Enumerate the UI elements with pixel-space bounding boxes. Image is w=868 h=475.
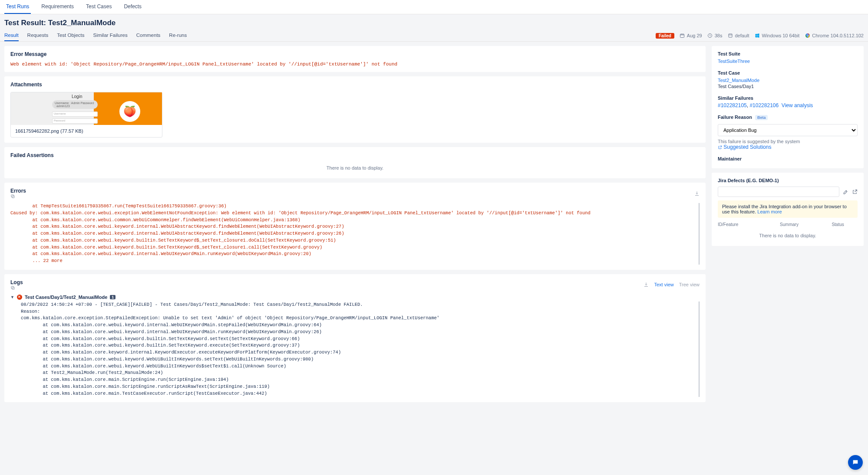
profile-icon — [727, 33, 733, 39]
subtab-reruns[interactable]: Re-runs — [169, 30, 187, 41]
svg-rect-0 — [680, 34, 684, 38]
learn-more-link[interactable]: Learn more — [757, 209, 782, 214]
card-title-errors: Errors — [10, 188, 26, 194]
col-status: Status — [832, 222, 858, 227]
attachment-thumbnail: Login Username : Admin Password : admin1… — [11, 92, 162, 125]
failed-assertions-nodata: There is no data to display. — [10, 163, 700, 173]
tab-test-cases[interactable]: Test Cases — [84, 0, 113, 14]
svg-rect-8 — [12, 287, 15, 289]
meta-profile: default — [735, 33, 749, 38]
subtab-result[interactable]: Result — [4, 30, 19, 41]
error-message-text: Web element with id: 'Object Repository/… — [10, 62, 700, 67]
logs-body[interactable]: 08/29/2022 14:50:24 +07:00 - [TEST_CASE]… — [21, 301, 700, 397]
attachment-item[interactable]: Login Username : Admin Password : admin1… — [10, 92, 162, 138]
page-title: Test Result: Test2_ManualMode — [4, 19, 864, 27]
thumb-login-text: Login — [72, 94, 82, 99]
tab-defects[interactable]: Defects — [122, 0, 143, 14]
similar-failure-link-1[interactable]: #102282105 — [718, 102, 747, 108]
svg-point-5 — [807, 35, 808, 36]
side-label-maintainer: Maintainer — [718, 156, 858, 161]
card-title-error-message: Error Message — [10, 51, 700, 57]
jira-defects-card: Jira Defects (E.G. DEMO-1) Please instal… — [712, 173, 864, 246]
edit-icon[interactable] — [843, 189, 848, 195]
tab-requirements[interactable]: Requirements — [40, 0, 76, 14]
meta-date: Aug 29 — [687, 33, 702, 38]
error-message-card: Error Message Web element with id: 'Obje… — [4, 46, 706, 72]
attachment-filename: 1661759462282.png (77.57 KB) — [11, 125, 162, 137]
failure-reason-select[interactable]: Application Bug — [718, 124, 858, 136]
jira-info-banner: Please install the Jira Integration add-… — [718, 200, 858, 218]
side-label-similar-failures: Similar Failures — [718, 95, 858, 101]
svg-rect-7 — [11, 195, 14, 197]
thumb-password: Password — [52, 118, 98, 124]
side-label-test-case: Test Case — [718, 70, 858, 75]
failed-assertions-card: Failed Assertions There is no data to di… — [4, 147, 706, 178]
logs-card: Logs Text view Tree view ▼ ✕ Test Cases/… — [4, 274, 706, 402]
meta-os: Windows 10 64bit — [762, 33, 800, 38]
copy-errors-icon[interactable] — [10, 194, 29, 199]
subtab-test-objects[interactable]: Test Objects — [57, 30, 84, 41]
copy-logs-icon[interactable] — [10, 285, 26, 290]
attachments-card: Attachments Login Username : Admin Passw… — [4, 76, 706, 143]
beta-badge: Beta — [755, 115, 768, 120]
card-title-attachments: Attachments — [10, 82, 700, 88]
jira-defect-input[interactable] — [718, 187, 839, 197]
svg-rect-2 — [729, 34, 732, 37]
subtab-requests[interactable]: Requests — [27, 30, 49, 41]
log-tree-count-badge: 1 — [110, 295, 116, 299]
fail-icon: ✕ — [17, 295, 22, 300]
side-label-jira-defects: Jira Defects (E.G. DEMO-1) — [718, 178, 858, 183]
subtab-similar-failures[interactable]: Similar Failures — [93, 30, 127, 41]
status-badge: Failed — [656, 33, 674, 39]
errors-stacktrace[interactable]: at TempTestSuite1661759335867.run(TempTe… — [10, 203, 700, 265]
svg-rect-6 — [12, 196, 15, 198]
suggested-solutions-link[interactable]: Suggested Solutions — [718, 144, 771, 150]
page-header: Test Result: Test2_ManualMode — [0, 14, 868, 27]
side-label-failure-reason: Failure Reason Beta — [718, 115, 858, 120]
top-nav: Test Runs Requirements Test Cases Defect… — [0, 0, 868, 14]
download-logs-icon[interactable] — [644, 282, 649, 287]
sidebar-info-card: Test Suite TestSuiteThree Test Case Test… — [712, 46, 864, 168]
test-case-link[interactable]: Test2_ManualMode — [718, 78, 759, 83]
meta-browser: Chrome 104.0.5112.102 — [812, 33, 864, 38]
col-summary: Summary — [780, 222, 832, 227]
test-suite-link[interactable]: TestSuiteThree — [718, 59, 750, 64]
view-analysis-link[interactable]: View analysis — [782, 102, 813, 108]
test-case-path: Test Cases/Day1 — [718, 84, 754, 89]
col-id: ID/Feature — [718, 222, 780, 227]
side-label-test-suite: Test Suite — [718, 51, 858, 56]
logs-text-view[interactable]: Text view — [654, 282, 673, 287]
subtab-comments[interactable]: Comments — [136, 30, 161, 41]
tab-test-runs[interactable]: Test Runs — [4, 0, 31, 14]
windows-icon — [755, 33, 760, 39]
download-errors-icon[interactable] — [694, 191, 700, 196]
sub-nav: Result Requests Test Objects Similar Fai… — [4, 30, 187, 41]
errors-card: Errors at TempTestSuite1661759335867.run… — [4, 183, 706, 270]
thumb-creds: Username : Admin Password : admin123 — [52, 100, 98, 109]
calendar-icon — [680, 33, 685, 39]
log-tree-item-label[interactable]: Test Cases/Day1/Test2_ManualMode — [25, 295, 107, 300]
external-link-icon[interactable] — [852, 189, 858, 195]
jira-table-header: ID/Feature Summary Status — [718, 222, 858, 227]
logs-tree-view[interactable]: Tree view — [679, 282, 700, 287]
jira-nodata: There is no data to display. — [718, 227, 858, 241]
thumb-logo: 🍑 — [119, 101, 140, 122]
sub-nav-row: Result Requests Test Objects Similar Fai… — [0, 30, 868, 42]
similar-failure-link-2[interactable]: #102282106 — [749, 102, 779, 108]
clock-icon — [707, 33, 713, 39]
card-title-logs: Logs — [10, 279, 23, 285]
chrome-icon — [805, 33, 810, 39]
meta-duration: 38s — [715, 33, 723, 38]
chevron-down-icon[interactable]: ▼ — [10, 295, 14, 299]
meta-right: Failed Aug 29 38s default Windows 10 64b… — [656, 33, 864, 39]
card-title-failed-assertions: Failed Assertions — [10, 152, 700, 158]
thumb-username: Username — [52, 111, 98, 117]
failure-reason-hint: This failure is suggested by the system — [718, 139, 858, 144]
svg-rect-9 — [11, 286, 14, 289]
